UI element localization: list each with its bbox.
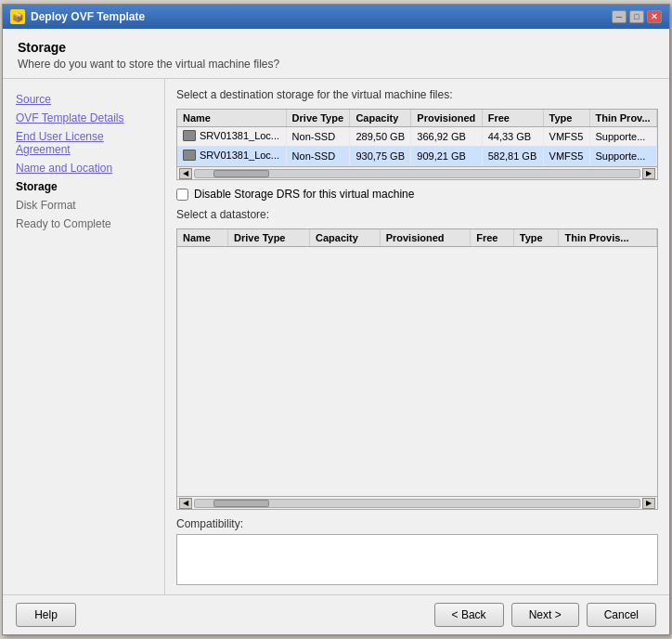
- row2-type: VMFS5: [543, 147, 589, 166]
- ds-hscrollbar: ◀ ▶: [177, 496, 657, 509]
- row1-free: 44,33 GB: [482, 127, 543, 147]
- minimize-button[interactable]: ─: [612, 10, 627, 23]
- main-body: Source OVF Template Details End User Lic…: [3, 79, 669, 594]
- sidebar-item-ovf-details[interactable]: OVF Template Details: [10, 109, 157, 127]
- ds-col-provisioned: Provisioned: [380, 229, 471, 247]
- footer-right: < Back Next > Cancel: [434, 603, 656, 627]
- row1-capacity: 289,50 GB: [350, 127, 411, 147]
- datastore-table-container: Name Drive Type Capacity Provisioned Fre…: [176, 228, 658, 510]
- title-controls: ─ □ ✕: [612, 10, 662, 23]
- row2-thin: Supporte...: [589, 147, 656, 166]
- row1-type: VMFS5: [543, 127, 589, 147]
- compatibility-section: Compatibility:: [176, 517, 658, 585]
- content-area: Storage Where do you want to store the v…: [3, 29, 669, 594]
- ds-col-drive-type: Drive Type: [228, 229, 310, 247]
- right-panel: Select a destination storage for the vir…: [165, 79, 669, 594]
- scroll-left-arrow[interactable]: ◀: [179, 168, 192, 179]
- footer: Help < Back Next > Cancel: [3, 594, 669, 634]
- help-button[interactable]: Help: [16, 603, 76, 627]
- row2-capacity: 930,75 GB: [350, 147, 411, 166]
- header-section: Storage Where do you want to store the v…: [3, 29, 669, 79]
- row2-provisioned: 909,21 GB: [411, 147, 482, 166]
- storage-table-container: Name Drive Type Capacity Provisioned Fre…: [176, 109, 658, 180]
- maximize-button[interactable]: □: [629, 10, 644, 23]
- row1-thin: Supporte...: [589, 127, 656, 147]
- hdd-icon-1: [183, 130, 196, 141]
- cancel-button[interactable]: Cancel: [587, 603, 656, 627]
- title-bar: 📦 Deploy OVF Template ─ □ ✕: [3, 5, 669, 29]
- col-capacity: Capacity: [350, 110, 411, 127]
- scroll-track[interactable]: [194, 169, 640, 178]
- ds-scroll-left[interactable]: ◀: [179, 498, 192, 509]
- back-button[interactable]: < Back: [434, 603, 504, 627]
- sidebar-item-name-location[interactable]: Name and Location: [10, 159, 157, 177]
- title-bar-left: 📦 Deploy OVF Template: [10, 9, 145, 24]
- window-title: Deploy OVF Template: [31, 10, 145, 23]
- scroll-right-arrow[interactable]: ▶: [642, 168, 655, 179]
- storage-table-scroll[interactable]: Name Drive Type Capacity Provisioned Fre…: [177, 110, 657, 166]
- sidebar-item-storage: Storage: [10, 177, 157, 196]
- col-name: Name: [177, 110, 286, 127]
- col-thin-prov: Thin Prov...: [589, 110, 656, 127]
- ds-col-name: Name: [177, 229, 228, 247]
- storage-table: Name Drive Type Capacity Provisioned Fre…: [177, 110, 657, 166]
- compatibility-label: Compatibility:: [176, 517, 658, 530]
- checkbox-row: Disable Storage DRS for this virtual mac…: [176, 188, 658, 201]
- top-hscrollbar: ◀ ▶: [177, 166, 657, 179]
- close-button[interactable]: ✕: [647, 10, 662, 23]
- row1-name: SRV01381_Loc...: [177, 127, 286, 147]
- col-drive-type: Drive Type: [286, 110, 350, 127]
- ds-scroll-track[interactable]: [194, 499, 640, 508]
- page-subtitle: Where do you want to store the virtual m…: [18, 58, 654, 71]
- scroll-thumb: [213, 170, 269, 177]
- row1-provisioned: 366,92 GB: [411, 127, 482, 147]
- ds-col-type: Type: [513, 229, 559, 247]
- storage-row-2[interactable]: SRV01381_Loc... Non-SSD 930,75 GB 909,21…: [177, 147, 657, 166]
- row2-drive-type: Non-SSD: [286, 147, 350, 166]
- datastore-table: Name Drive Type Capacity Provisioned Fre…: [177, 229, 657, 247]
- sidebar-item-disk-format: Disk Format: [10, 196, 157, 215]
- panel-description: Select a destination storage for the vir…: [176, 88, 658, 101]
- page-title: Storage: [18, 40, 654, 55]
- row2-free: 582,81 GB: [482, 147, 543, 166]
- ds-scroll-thumb: [213, 500, 269, 507]
- sidebar-item-eula[interactable]: End User License Agreement: [10, 127, 157, 159]
- compatibility-box: [176, 534, 658, 585]
- next-button[interactable]: Next >: [511, 603, 579, 627]
- hdd-icon-2: [183, 150, 196, 161]
- col-type: Type: [543, 110, 589, 127]
- window: 📦 Deploy OVF Template ─ □ ✕ Storage Wher…: [2, 4, 670, 635]
- col-provisioned: Provisioned: [411, 110, 482, 127]
- ds-col-thin: Thin Provis...: [559, 229, 657, 247]
- sidebar-item-ready: Ready to Complete: [10, 215, 157, 233]
- datastore-table-scroll[interactable]: Name Drive Type Capacity Provisioned Fre…: [177, 229, 657, 496]
- storage-row-1[interactable]: SRV01381_Loc... Non-SSD 289,50 GB 366,92…: [177, 127, 657, 147]
- ds-col-free: Free: [471, 229, 514, 247]
- ds-col-capacity: Capacity: [310, 229, 381, 247]
- drs-label[interactable]: Disable Storage DRS for this virtual mac…: [194, 188, 414, 201]
- col-free: Free: [482, 110, 543, 127]
- ds-scroll-right[interactable]: ▶: [642, 498, 655, 509]
- row2-name: SRV01381_Loc...: [177, 147, 286, 166]
- row1-drive-type: Non-SSD: [286, 127, 350, 147]
- sidebar: Source OVF Template Details End User Lic…: [3, 79, 165, 594]
- window-icon: 📦: [10, 9, 25, 24]
- datastore-section-label: Select a datastore:: [176, 208, 658, 221]
- sidebar-item-source[interactable]: Source: [10, 90, 157, 109]
- drs-checkbox[interactable]: [176, 189, 188, 201]
